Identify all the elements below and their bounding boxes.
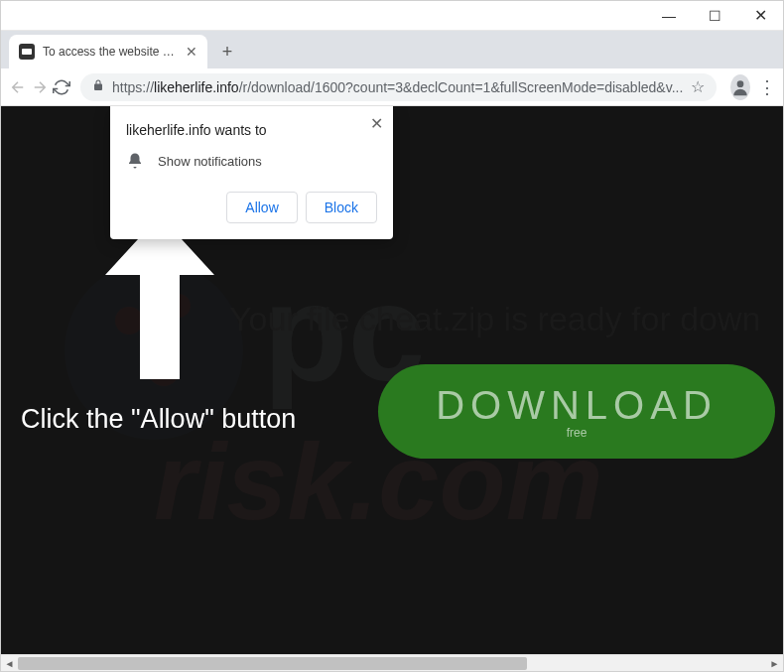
chrome-menu-button[interactable]: ⋮ bbox=[758, 73, 776, 101]
arrow-up-icon bbox=[105, 215, 214, 383]
page-viewport: pc risk.com Click the "Allow" button You… bbox=[1, 106, 783, 654]
bell-icon bbox=[126, 152, 144, 170]
back-button[interactable] bbox=[9, 73, 27, 101]
tab-strip: To access the website click the "A ✕ + bbox=[1, 31, 783, 68]
forward-button[interactable] bbox=[31, 73, 49, 101]
toolbar: https://likeherlife.info/r/download/1600… bbox=[1, 68, 783, 106]
window-close-button[interactable]: ✕ bbox=[737, 1, 783, 31]
dialog-close-button[interactable]: ✕ bbox=[370, 114, 383, 133]
permission-label: Show notifications bbox=[158, 154, 262, 169]
bookmark-star-icon[interactable]: ☆ bbox=[691, 77, 705, 96]
svg-point-0 bbox=[737, 80, 744, 87]
window-maximize-button[interactable]: ☐ bbox=[692, 1, 737, 31]
notification-permission-dialog: ✕ likeherlife.info wants to Show notific… bbox=[110, 106, 393, 239]
tab-favicon-icon bbox=[19, 44, 35, 60]
profile-avatar-button[interactable] bbox=[730, 74, 750, 100]
download-button-label: DOWNLOAD bbox=[436, 383, 718, 428]
reload-button[interactable] bbox=[53, 73, 70, 101]
block-button[interactable]: Block bbox=[306, 192, 377, 223]
tab-title: To access the website click the "A bbox=[43, 45, 178, 59]
scroll-thumb[interactable] bbox=[18, 657, 527, 670]
window-titlebar: — ☐ ✕ bbox=[1, 1, 783, 31]
lock-icon bbox=[92, 78, 104, 95]
file-ready-heading: Your file cheat.zip is ready for down bbox=[229, 300, 760, 338]
window-minimize-button[interactable]: — bbox=[646, 1, 692, 31]
scroll-right-arrow-icon[interactable]: ► bbox=[766, 655, 783, 672]
tab-close-button[interactable]: ✕ bbox=[186, 44, 197, 60]
browser-tab[interactable]: To access the website click the "A ✕ bbox=[9, 35, 207, 68]
download-button[interactable]: DOWNLOAD free bbox=[378, 364, 775, 459]
url-text: https://likeherlife.info/r/download/1600… bbox=[112, 79, 683, 95]
address-bar[interactable]: https://likeherlife.info/r/download/1600… bbox=[80, 73, 717, 101]
new-tab-button[interactable]: + bbox=[213, 38, 241, 66]
download-button-sublabel: free bbox=[567, 426, 588, 440]
instruction-text: Click the "Allow" button bbox=[21, 404, 296, 435]
dialog-title: likeherlife.info wants to bbox=[126, 122, 377, 138]
horizontal-scrollbar[interactable]: ◄ ► bbox=[1, 654, 783, 671]
scroll-track[interactable] bbox=[18, 655, 766, 671]
scroll-left-arrow-icon[interactable]: ◄ bbox=[1, 655, 18, 672]
allow-button[interactable]: Allow bbox=[226, 192, 297, 223]
